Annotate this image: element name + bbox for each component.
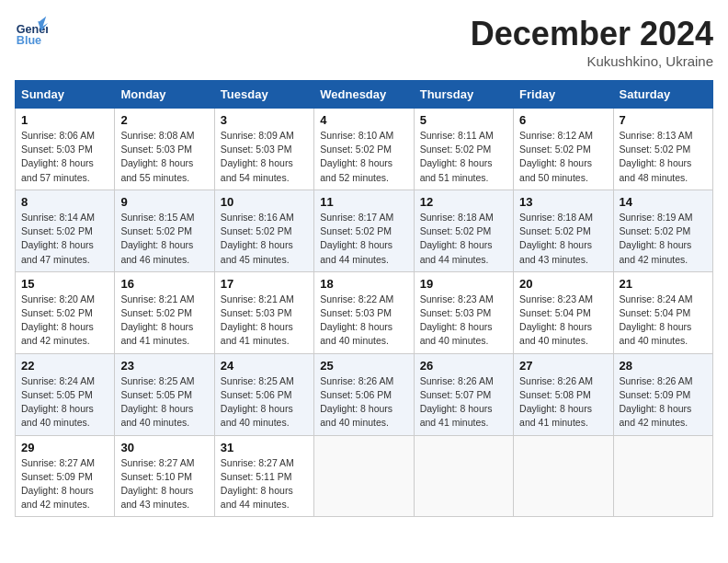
calendar-week-row: 15Sunrise: 8:20 AMSunset: 5:02 PMDayligh…	[16, 271, 713, 353]
day-info: Sunrise: 8:27 AMSunset: 5:10 PMDaylight:…	[120, 456, 208, 512]
logo: General Blue	[15, 15, 48, 48]
daylight-text: Daylight: 8 hours and 54 minutes.	[221, 156, 308, 184]
sunrise-text: Sunrise: 8:25 AM	[120, 374, 208, 388]
calendar-cell	[613, 435, 712, 517]
calendar-cell: 23Sunrise: 8:25 AMSunset: 5:05 PMDayligh…	[115, 353, 214, 435]
day-number: 21	[620, 277, 707, 291]
sunset-text: Sunset: 5:03 PM	[320, 306, 407, 320]
day-number: 13	[519, 195, 607, 209]
sunset-text: Sunset: 5:02 PM	[620, 224, 707, 238]
calendar-cell	[514, 435, 613, 517]
day-number: 23	[120, 359, 208, 373]
sunrise-text: Sunrise: 8:26 AM	[620, 374, 707, 388]
sunset-text: Sunset: 5:10 PM	[120, 470, 208, 484]
daylight-text: Daylight: 8 hours and 51 minutes.	[420, 156, 507, 184]
day-number: 10	[221, 195, 308, 209]
sunset-text: Sunset: 5:09 PM	[620, 388, 707, 402]
day-number: 29	[21, 441, 108, 454]
calendar-cell: 2Sunrise: 8:08 AMSunset: 5:03 PMDaylight…	[115, 109, 214, 190]
day-info: Sunrise: 8:08 AMSunset: 5:03 PMDaylight:…	[120, 129, 208, 185]
sunset-text: Sunset: 5:02 PM	[519, 224, 607, 238]
calendar-cell: 21Sunrise: 8:24 AMSunset: 5:04 PMDayligh…	[613, 271, 712, 353]
calendar-cell: 19Sunrise: 8:23 AMSunset: 5:03 PMDayligh…	[414, 271, 513, 353]
day-number: 20	[519, 277, 607, 291]
sunrise-text: Sunrise: 8:20 AM	[21, 293, 108, 306]
day-info: Sunrise: 8:23 AMSunset: 5:03 PMDaylight:…	[420, 293, 507, 349]
weekday-monday: Monday	[115, 81, 214, 109]
calendar-cell: 27Sunrise: 8:26 AMSunset: 5:08 PMDayligh…	[514, 353, 613, 435]
day-info: Sunrise: 8:18 AMSunset: 5:02 PMDaylight:…	[519, 211, 607, 267]
day-info: Sunrise: 8:25 AMSunset: 5:06 PMDaylight:…	[221, 374, 308, 431]
calendar-cell: 22Sunrise: 8:24 AMSunset: 5:05 PMDayligh…	[16, 353, 115, 435]
sunrise-text: Sunrise: 8:21 AM	[221, 293, 308, 306]
daylight-text: Daylight: 8 hours and 40 minutes.	[221, 402, 308, 430]
day-number: 5	[420, 113, 507, 127]
sunrise-text: Sunrise: 8:11 AM	[420, 129, 507, 143]
subtitle: Kukushkino, Ukraine	[471, 53, 713, 69]
daylight-text: Daylight: 8 hours and 40 minutes.	[620, 320, 707, 348]
calendar-cell: 12Sunrise: 8:18 AMSunset: 5:02 PMDayligh…	[414, 190, 513, 271]
sunrise-text: Sunrise: 8:17 AM	[320, 211, 407, 224]
day-number: 25	[320, 359, 407, 373]
calendar-cell: 17Sunrise: 8:21 AMSunset: 5:03 PMDayligh…	[214, 271, 313, 353]
day-info: Sunrise: 8:12 AMSunset: 5:02 PMDaylight:…	[519, 129, 607, 185]
calendar-cell: 10Sunrise: 8:16 AMSunset: 5:02 PMDayligh…	[214, 190, 313, 271]
daylight-text: Daylight: 8 hours and 40 minutes.	[320, 320, 407, 348]
sunrise-text: Sunrise: 8:25 AM	[221, 374, 308, 388]
day-number: 28	[620, 359, 707, 373]
day-number: 17	[221, 277, 308, 291]
sunset-text: Sunset: 5:02 PM	[420, 143, 507, 156]
calendar-cell: 1Sunrise: 8:06 AMSunset: 5:03 PMDaylight…	[16, 109, 115, 190]
daylight-text: Daylight: 8 hours and 55 minutes.	[120, 156, 208, 184]
sunrise-text: Sunrise: 8:26 AM	[420, 374, 507, 388]
day-number: 26	[420, 359, 507, 373]
daylight-text: Daylight: 8 hours and 42 minutes.	[21, 320, 108, 348]
day-info: Sunrise: 8:27 AMSunset: 5:11 PMDaylight:…	[221, 456, 308, 512]
daylight-text: Daylight: 8 hours and 48 minutes.	[620, 156, 707, 184]
sunset-text: Sunset: 5:02 PM	[420, 224, 507, 238]
svg-text:Blue: Blue	[17, 34, 41, 47]
sunrise-text: Sunrise: 8:14 AM	[21, 211, 108, 224]
daylight-text: Daylight: 8 hours and 43 minutes.	[519, 238, 607, 266]
daylight-text: Daylight: 8 hours and 52 minutes.	[320, 156, 407, 184]
day-info: Sunrise: 8:26 AMSunset: 5:06 PMDaylight:…	[320, 374, 407, 431]
sunrise-text: Sunrise: 8:09 AM	[221, 129, 308, 143]
sunset-text: Sunset: 5:09 PM	[21, 470, 108, 484]
day-number: 27	[519, 359, 607, 373]
daylight-text: Daylight: 8 hours and 42 minutes.	[21, 484, 108, 511]
sunrise-text: Sunrise: 8:06 AM	[21, 129, 108, 143]
daylight-text: Daylight: 8 hours and 40 minutes.	[420, 320, 507, 348]
day-info: Sunrise: 8:15 AMSunset: 5:02 PMDaylight:…	[120, 211, 208, 267]
day-number: 31	[221, 441, 308, 454]
sunrise-text: Sunrise: 8:10 AM	[320, 129, 407, 143]
calendar-cell: 4Sunrise: 8:10 AMSunset: 5:02 PMDaylight…	[314, 109, 414, 190]
calendar-cell: 28Sunrise: 8:26 AMSunset: 5:09 PMDayligh…	[613, 353, 712, 435]
daylight-text: Daylight: 8 hours and 46 minutes.	[120, 238, 208, 266]
weekday-friday: Friday	[514, 81, 613, 109]
day-number: 2	[120, 113, 208, 127]
page-header: General Blue December 2024 Kukushkino, U…	[15, 15, 713, 69]
sunrise-text: Sunrise: 8:22 AM	[320, 293, 407, 306]
day-number: 14	[620, 195, 707, 209]
calendar-week-row: 22Sunrise: 8:24 AMSunset: 5:05 PMDayligh…	[16, 353, 713, 435]
weekday-saturday: Saturday	[613, 81, 712, 109]
calendar-cell: 8Sunrise: 8:14 AMSunset: 5:02 PMDaylight…	[16, 190, 115, 271]
day-number: 9	[120, 195, 208, 209]
sunset-text: Sunset: 5:03 PM	[221, 306, 308, 320]
day-number: 1	[21, 113, 108, 127]
sunrise-text: Sunrise: 8:27 AM	[120, 456, 208, 470]
daylight-text: Daylight: 8 hours and 41 minutes.	[420, 402, 507, 430]
daylight-text: Daylight: 8 hours and 41 minutes.	[120, 320, 208, 348]
sunrise-text: Sunrise: 8:26 AM	[320, 374, 407, 388]
day-number: 4	[320, 113, 407, 127]
sunset-text: Sunset: 5:02 PM	[221, 224, 308, 238]
weekday-sunday: Sunday	[16, 81, 115, 109]
daylight-text: Daylight: 8 hours and 40 minutes.	[320, 402, 407, 430]
daylight-text: Daylight: 8 hours and 44 minutes.	[221, 484, 308, 511]
daylight-text: Daylight: 8 hours and 41 minutes.	[519, 402, 607, 430]
calendar-cell: 11Sunrise: 8:17 AMSunset: 5:02 PMDayligh…	[314, 190, 414, 271]
calendar-cell: 9Sunrise: 8:15 AMSunset: 5:02 PMDaylight…	[115, 190, 214, 271]
calendar-cell: 25Sunrise: 8:26 AMSunset: 5:06 PMDayligh…	[314, 353, 414, 435]
calendar-week-row: 1Sunrise: 8:06 AMSunset: 5:03 PMDaylight…	[16, 109, 713, 190]
calendar-cell: 29Sunrise: 8:27 AMSunset: 5:09 PMDayligh…	[16, 435, 115, 517]
